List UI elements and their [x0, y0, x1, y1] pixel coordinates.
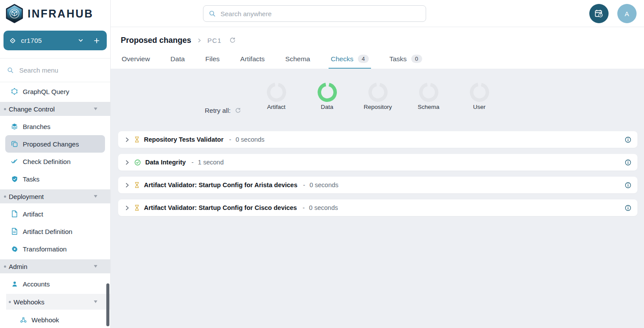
tab-data[interactable]: Data — [170, 50, 186, 69]
sidebar-search — [0, 58, 110, 82]
retry-row: Retry all: Artifact Data — [118, 82, 637, 126]
current-branch-label: cr1705 — [21, 37, 42, 44]
validator-duration: 0 seconds — [309, 181, 338, 188]
brand-logo[interactable]: INFRAHUB — [0, 0, 110, 27]
ring-user[interactable]: User — [454, 82, 505, 110]
progress-ring-icon — [317, 82, 337, 102]
sidebar-item-label: Accounts — [23, 280, 50, 288]
hourglass-icon — [134, 136, 140, 143]
validator-list: Repository Tests Validator - 0 seconds D… — [118, 131, 637, 216]
global-search — [203, 5, 426, 22]
ring-artifact[interactable]: Artifact — [251, 82, 302, 110]
refresh-icon[interactable] — [229, 37, 236, 44]
separator: - — [303, 204, 305, 211]
sidebar-item-branches[interactable]: Branches — [0, 118, 110, 135]
page-title[interactable]: Proposed changes — [121, 36, 191, 45]
validator-title: Artifact Validator: Startup Config for A… — [144, 181, 298, 188]
validator-row[interactable]: Artifact Validator: Startup Config for C… — [118, 199, 637, 216]
sidebar-item-label: Proposed Changes — [23, 140, 79, 148]
retry-all-refresh-icon[interactable] — [235, 108, 241, 114]
chevron-right-icon[interactable] — [124, 182, 130, 188]
sidebar-item-graphql-query[interactable]: GraphQL Query — [0, 83, 110, 100]
app-window: INFRAHUB cr1705 — [0, 0, 644, 328]
validator-title: Repository Tests Validator — [144, 136, 224, 143]
retry-all: Retry all: — [205, 107, 241, 114]
avatar-initial: A — [625, 10, 630, 17]
global-search-input[interactable] — [220, 10, 420, 18]
validator-title: Data Integrity — [145, 159, 186, 166]
chevron-right-icon[interactable] — [124, 137, 130, 143]
sidebar-item-proposed-changes[interactable]: Proposed Changes — [5, 135, 105, 153]
brand-name: INFRAHUB — [28, 7, 94, 20]
sidebar-section-deployment[interactable]: Deployment — [0, 189, 110, 203]
sidebar-section-admin[interactable]: Admin — [0, 259, 110, 273]
info-icon[interactable] — [625, 159, 631, 166]
sidebar-item-artifact-definition[interactable]: Artifact Definition — [0, 223, 110, 240]
validator-title: Artifact Validator: Startup Config for C… — [144, 204, 297, 211]
tab-schema[interactable]: Schema — [284, 50, 311, 69]
schedule-button[interactable] — [589, 4, 609, 23]
section-bullet — [4, 108, 6, 110]
tab-bar: Overview Data Files Artifacts Schema Che… — [121, 50, 644, 69]
sidebar-item-transformation[interactable]: Transformation — [0, 240, 110, 258]
tab-tasks[interactable]: Tasks 0 — [388, 50, 423, 69]
sidebar-item-label: Transformation — [23, 245, 66, 253]
sidebar-item-label: Branches — [23, 123, 50, 130]
menu-search-input[interactable] — [18, 66, 103, 74]
layers-icon — [10, 122, 18, 130]
info-icon[interactable] — [625, 182, 631, 188]
sidebar-item-label: Artifact — [23, 210, 43, 218]
sidebar-section-label: Deployment — [9, 193, 44, 200]
gear-icon — [10, 245, 18, 253]
chevron-right-icon[interactable] — [124, 160, 130, 165]
chevron-right-icon[interactable] — [124, 205, 130, 211]
sidebar-item-artifact[interactable]: Artifact — [0, 205, 110, 223]
sidebar-item-label: Tasks — [23, 175, 39, 183]
sidebar-menu: GraphQL Query Change Control Branches — [0, 82, 110, 328]
chevron-right-icon — [197, 38, 202, 43]
sidebar-item-tasks[interactable]: Tasks — [0, 170, 110, 188]
branch-selector[interactable]: cr1705 — [4, 31, 107, 50]
section-bullet — [9, 301, 11, 303]
tab-files[interactable]: Files — [204, 50, 220, 69]
ring-repository[interactable]: Repository — [353, 82, 403, 110]
sidebar-item-label: GraphQL Query — [23, 88, 69, 95]
breadcrumb-current: PC1 — [207, 37, 221, 44]
info-icon[interactable] — [625, 205, 631, 211]
sidebar-item-webhook[interactable]: Webhook — [0, 311, 110, 328]
sidebar-scrollbar[interactable] — [106, 283, 109, 326]
check-circle-icon — [134, 159, 141, 166]
validator-rings: Artifact Data Repository Schema — [118, 82, 637, 110]
validator-row[interactable]: Repository Tests Validator - 0 seconds — [118, 131, 637, 148]
ring-schema[interactable]: Schema — [403, 82, 454, 110]
ring-label: Data — [321, 104, 333, 110]
section-bullet — [4, 195, 6, 198]
tab-overview[interactable]: Overview — [121, 50, 151, 69]
sidebar-subsection-webhooks[interactable]: Webhooks — [6, 294, 110, 310]
sidebar-section-change-control[interactable]: Change Control — [0, 102, 110, 116]
validator-duration: 1 second — [198, 159, 224, 166]
tab-checks[interactable]: Checks 4 — [330, 50, 370, 69]
chevron-down-icon[interactable] — [78, 38, 84, 43]
tab-artifacts[interactable]: Artifacts — [239, 50, 266, 69]
ring-label: Artifact — [267, 104, 285, 110]
separator: - — [303, 181, 305, 188]
info-icon[interactable] — [625, 136, 631, 143]
sidebar-item-check-definition[interactable]: Check Definition — [0, 153, 110, 170]
validator-duration: 0 seconds — [236, 136, 265, 143]
validator-row[interactable]: Data Integrity - 1 second — [118, 154, 637, 171]
sidebar-item-label: Artifact Definition — [23, 228, 72, 235]
validator-row[interactable]: Artifact Validator: Startup Config for A… — [118, 177, 637, 193]
ring-data[interactable]: Data — [302, 82, 353, 110]
chevron-down-icon — [94, 265, 98, 268]
sidebar-item-accounts[interactable]: Accounts — [0, 275, 110, 293]
sidebar-section-label: Webhooks — [14, 298, 45, 306]
tab-badge: 0 — [411, 55, 422, 63]
ring-label: Repository — [364, 104, 392, 110]
avatar[interactable]: A — [617, 4, 637, 23]
ring-label: Schema — [418, 104, 440, 110]
separator: - — [229, 136, 231, 143]
add-branch-button[interactable] — [94, 38, 100, 44]
breadcrumb: Proposed changes PC1 — [121, 35, 644, 46]
calendar-clock-icon — [594, 9, 604, 18]
